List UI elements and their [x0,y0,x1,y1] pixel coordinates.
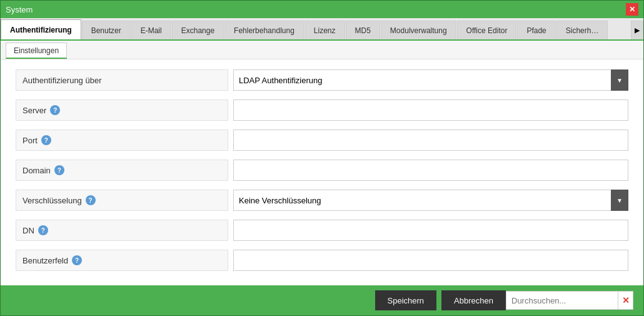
save-button[interactable]: Speichern [375,290,437,310]
form-row-verschluesselung: Verschlüsselung?Keine Verschlüsselung▼ [16,190,628,211]
tab-fehlerbehandlung[interactable]: Fehlerbehandlung [224,21,304,39]
cancel-button[interactable]: Abbrechen [441,290,506,310]
form-row-port: Port? [16,130,628,151]
form-label-port: Port? [16,130,228,151]
window-title: System [6,5,33,14]
input-wrap-dn [233,220,628,241]
tab-sicherh[interactable]: Sicherh… [556,21,608,39]
tab-benutzer[interactable]: Benutzer [82,21,131,39]
form-row-benutzerfeld: Benutzerfeld? [16,250,628,271]
search-wrap: ✕ [506,291,633,310]
tab-office-editor[interactable]: Office Editor [457,21,517,39]
input-wrap-server [233,99,628,121]
search-input[interactable] [506,291,618,310]
label-text-dn: DN [23,226,34,235]
help-icon-verschluesselung[interactable]: ? [86,195,96,205]
tab-md5[interactable]: MD5 [346,21,380,39]
form-label-domain: Domain? [16,160,228,181]
label-text-server: Server [23,106,46,115]
input-benutzerfeld[interactable] [233,250,628,271]
label-text-benutzerfeld: Benutzerfeld [23,256,68,265]
select-wrap-authentifizierung-ueber[interactable]: LDAP Authentifizierung▼ [233,69,628,91]
form-label-dn: DN? [16,220,228,241]
system-window: System ✕ AuthentifizierungBenutzerE-Mail… [0,0,644,316]
select-wrap-verschluesselung[interactable]: Keine Verschlüsselung▼ [233,190,628,211]
label-text-domain: Domain [23,166,51,175]
bottom-bar: Speichern Abbrechen ✕ [1,285,643,315]
help-icon-benutzerfeld[interactable]: ? [72,255,82,265]
form-label-benutzerfeld: Benutzerfeld? [16,250,228,271]
tab-scroll-button[interactable]: ▶ [631,21,643,39]
select-display-verschluesselung: Keine Verschlüsselung [233,190,628,211]
form-row-domain: Domain? [16,160,628,181]
bottom-buttons: Speichern Abbrechen [375,290,506,310]
tabs-bar: AuthentifizierungBenutzerE-MailExchangeF… [1,18,643,41]
title-bar: System ✕ [1,1,643,18]
close-button[interactable]: ✕ [626,3,638,16]
label-text-authentifizierung-ueber: Authentifizierung über [23,76,101,85]
form-label-authentifizierung-ueber: Authentifizierung über [16,69,228,91]
select-display-authentifizierung-ueber: LDAP Authentifizierung [233,69,628,91]
label-text-port: Port [23,136,38,145]
form-label-server: Server? [16,99,228,121]
input-port[interactable] [233,130,628,151]
tab-lizenz[interactable]: Lizenz [304,21,345,39]
label-text-verschluesselung: Verschlüsselung [23,196,82,205]
input-server[interactable] [233,99,628,121]
dropdown-arrow-icon-verschluesselung[interactable]: ▼ [611,190,628,211]
tab-exchange[interactable]: Exchange [172,21,224,39]
help-icon-server[interactable]: ? [50,105,60,115]
tab-modulverwaltung[interactable]: Modulverwaltung [381,21,456,39]
sub-tabs-bar: Einstellungen [1,41,643,59]
help-icon-port[interactable]: ? [41,135,51,145]
content-area: Authentifizierung überLDAP Authentifizie… [1,59,643,285]
tab-pfade[interactable]: Pfade [517,21,555,39]
input-domain[interactable] [233,160,628,181]
dropdown-arrow-icon-authentifizierung-ueber[interactable]: ▼ [611,69,628,91]
help-icon-domain[interactable]: ? [54,165,64,175]
tab-email[interactable]: E-Mail [131,21,171,39]
input-wrap-benutzerfeld [233,250,628,271]
form-row-authentifizierung-ueber: Authentifizierung überLDAP Authentifizie… [16,69,628,91]
input-dn[interactable] [233,220,628,241]
form-label-verschluesselung: Verschlüsselung? [16,190,228,211]
tab-authentifizierung[interactable]: Authentifizierung [1,19,81,39]
form-row-dn: DN? [16,220,628,241]
sub-tab-einstellungen[interactable]: Einstellungen [6,43,67,59]
input-wrap-port [233,130,628,151]
search-clear-button[interactable]: ✕ [618,291,633,310]
form-row-server: Server? [16,99,628,121]
help-icon-dn[interactable]: ? [38,225,48,235]
input-wrap-domain [233,160,628,181]
